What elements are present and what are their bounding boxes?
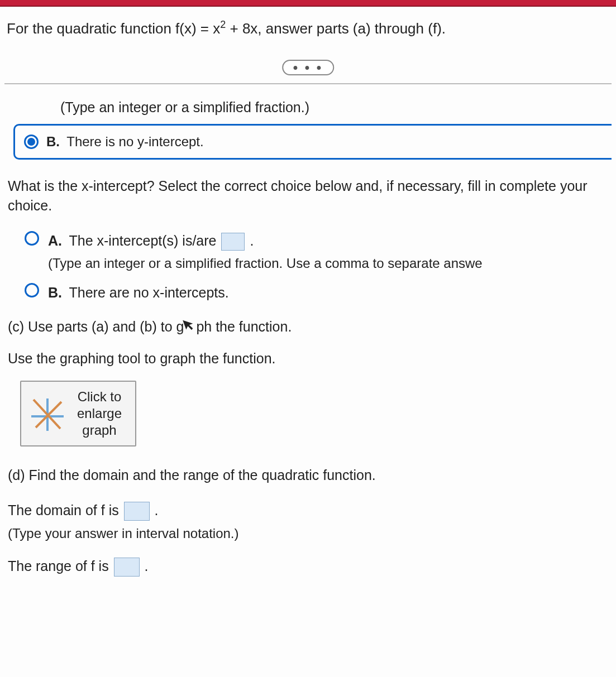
- part-c-before: (c) Use parts (a) and (b) to g: [8, 319, 184, 334]
- graph-thumbnail-icon: [28, 394, 67, 433]
- xint-a-input[interactable]: [221, 233, 245, 251]
- radio-empty-icon[interactable]: [25, 283, 39, 297]
- domain-input[interactable]: [124, 502, 150, 521]
- range-before: The range of f is: [8, 558, 113, 574]
- x-intercept-question: What is the x-intercept? Select the corr…: [4, 176, 612, 215]
- graph-btn-line1: Click to: [77, 388, 122, 405]
- choice-b-row: B. There is no y-intercept.: [46, 132, 204, 151]
- xint-choice-a-body: A. The x-intercept(s) is/are . (Type an …: [48, 231, 612, 273]
- interval-hint: (Type your answer in interval notation.): [4, 524, 612, 543]
- type-hint-top: (Type an integer or a simplified fractio…: [4, 98, 612, 117]
- graph-instruction: Use the graphing tool to graph the funct…: [4, 349, 612, 368]
- xint-a-text-before: The x-intercept(s) is/are: [69, 233, 221, 248]
- show-more-button[interactable]: • • •: [282, 60, 335, 75]
- domain-after: .: [155, 502, 159, 518]
- show-more-row: • • •: [4, 60, 612, 78]
- question-content: For the quadratic function f(x) = x2 + 8…: [0, 7, 616, 581]
- xint-a-label: A.: [48, 233, 62, 248]
- xint-choice-b-body: B. There are no x-intercepts.: [48, 283, 612, 303]
- xint-a-hint: (Type an integer or a simplified fractio…: [48, 254, 612, 273]
- choice-b-yintercept-selected[interactable]: B. There is no y-intercept.: [13, 124, 612, 160]
- question-stem: For the quadratic function f(x) = x2 + 8…: [4, 18, 612, 39]
- range-row: The range of f is .: [4, 556, 612, 577]
- xint-b-text: There are no x-intercepts.: [69, 285, 229, 300]
- part-d-text: (d) Find the domain and the range of the…: [4, 465, 612, 485]
- enlarge-graph-button[interactable]: Click to enlarge graph: [20, 381, 136, 446]
- divider: [4, 83, 612, 84]
- enlarge-graph-label: Click to enlarge graph: [77, 388, 122, 439]
- part-c-after: ph the function.: [196, 319, 292, 334]
- xint-choice-b[interactable]: B. There are no x-intercepts.: [4, 283, 612, 303]
- choice-b-text: There is no y-intercept.: [66, 134, 203, 149]
- domain-before: The domain of f is: [8, 502, 123, 518]
- stem-text-prefix: For the quadratic function f(x) = x: [7, 20, 220, 37]
- part-c-text: (c) Use parts (a) and (b) to gph the fun…: [4, 317, 612, 337]
- domain-row: The domain of f is .: [4, 501, 612, 521]
- radio-selected-icon[interactable]: [24, 135, 39, 149]
- xint-choice-a[interactable]: A. The x-intercept(s) is/are . (Type an …: [4, 231, 612, 273]
- graph-btn-line3: graph: [77, 422, 122, 439]
- range-input[interactable]: [114, 558, 140, 577]
- stem-text-suffix: + 8x, answer parts (a) through (f).: [226, 20, 446, 37]
- range-after: .: [145, 558, 149, 574]
- stem-exponent: 2: [220, 19, 226, 30]
- radio-empty-icon[interactable]: [25, 231, 39, 246]
- graph-btn-line2: enlarge: [77, 405, 122, 422]
- top-red-bar: [0, 0, 616, 7]
- xint-b-label: B.: [48, 285, 62, 300]
- choice-b-label: B.: [46, 134, 60, 149]
- xint-a-text-after: .: [250, 233, 254, 248]
